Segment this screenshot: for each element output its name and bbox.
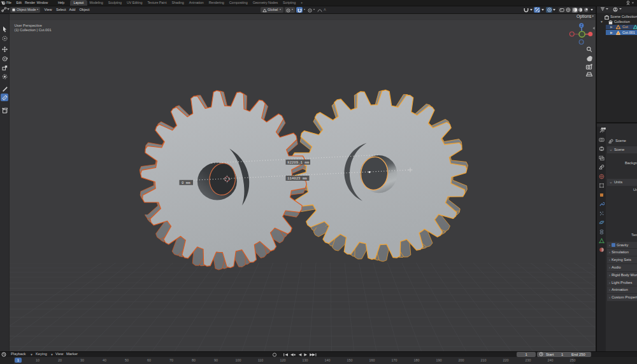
svg-text:User Perspective: User Perspective (15, 24, 42, 27)
svg-text:Z: Z (580, 24, 582, 27)
svg-text:0 mm: 0 mm (182, 181, 190, 185)
svg-text:82209.1 mm: 82209.1 mm (287, 160, 310, 165)
svg-text:Options: Options (576, 14, 592, 19)
svg-text:(1) Collection | Cut.001: (1) Collection | Cut.001 (15, 28, 52, 32)
svg-text:114023 mm: 114023 mm (287, 176, 307, 181)
